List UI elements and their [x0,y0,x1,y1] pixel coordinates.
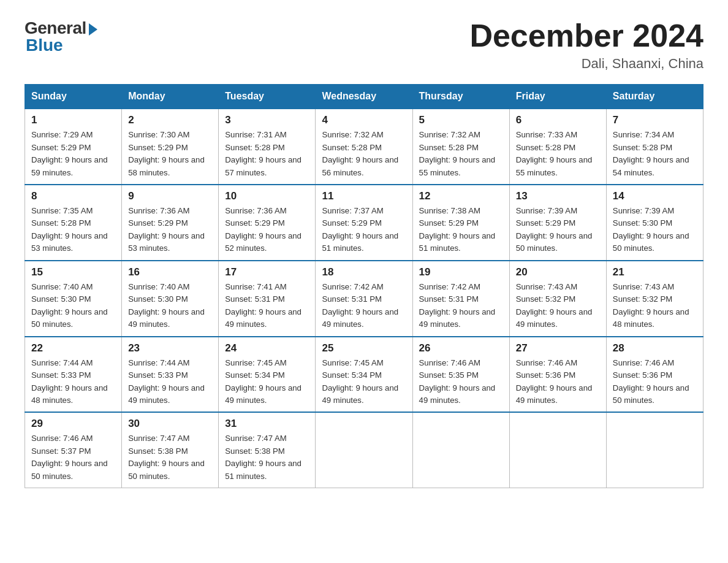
day-number: 10 [225,190,309,202]
calendar-cell: 20Sunrise: 7:43 AMSunset: 5:32 PMDayligh… [509,261,606,337]
day-info: Sunrise: 7:45 AMSunset: 5:34 PMDaylight:… [225,357,309,407]
day-number: 3 [225,114,309,126]
weekday-header-sunday: Sunday [25,85,122,109]
calendar-cell [412,412,509,488]
day-info: Sunrise: 7:37 AMSunset: 5:29 PMDaylight:… [322,205,406,255]
day-number: 13 [516,190,600,202]
day-number: 27 [516,342,600,354]
calendar-week-row: 8Sunrise: 7:35 AMSunset: 5:28 PMDaylight… [25,185,703,261]
logo-triangle-icon [89,23,97,36]
calendar-cell: 17Sunrise: 7:41 AMSunset: 5:31 PMDayligh… [219,261,316,337]
calendar-cell: 26Sunrise: 7:46 AMSunset: 5:35 PMDayligh… [412,337,509,413]
day-number: 18 [322,266,406,278]
weekday-header-row: SundayMondayTuesdayWednesdayThursdayFrid… [25,85,703,109]
location-text: Dali, Shaanxi, China [469,56,703,72]
calendar-cell: 27Sunrise: 7:46 AMSunset: 5:36 PMDayligh… [509,337,606,413]
calendar-cell: 25Sunrise: 7:45 AMSunset: 5:34 PMDayligh… [316,337,412,413]
day-number: 26 [419,342,503,354]
day-number: 25 [322,342,406,354]
calendar-cell [606,412,703,488]
logo: General Blue [25,18,97,55]
calendar-cell: 12Sunrise: 7:38 AMSunset: 5:29 PMDayligh… [412,185,509,261]
calendar-cell: 31Sunrise: 7:47 AMSunset: 5:38 PMDayligh… [219,412,316,488]
day-number: 2 [128,114,212,126]
calendar-cell: 9Sunrise: 7:36 AMSunset: 5:29 PMDaylight… [122,185,219,261]
calendar-cell: 29Sunrise: 7:46 AMSunset: 5:37 PMDayligh… [25,412,122,488]
day-info: Sunrise: 7:46 AMSunset: 5:36 PMDaylight:… [516,357,600,407]
calendar-week-row: 29Sunrise: 7:46 AMSunset: 5:37 PMDayligh… [25,412,703,488]
calendar-cell: 28Sunrise: 7:46 AMSunset: 5:36 PMDayligh… [606,337,703,413]
day-info: Sunrise: 7:29 AMSunset: 5:29 PMDaylight:… [31,129,115,179]
day-info: Sunrise: 7:30 AMSunset: 5:29 PMDaylight:… [128,129,212,179]
calendar-cell: 13Sunrise: 7:39 AMSunset: 5:29 PMDayligh… [509,185,606,261]
day-number: 5 [419,114,503,126]
weekday-header-wednesday: Wednesday [316,85,412,109]
calendar-cell [509,412,606,488]
day-number: 8 [31,190,115,202]
day-info: Sunrise: 7:46 AMSunset: 5:35 PMDaylight:… [419,357,503,407]
day-info: Sunrise: 7:47 AMSunset: 5:38 PMDaylight:… [225,432,309,483]
day-number: 20 [516,266,600,278]
day-number: 30 [128,418,212,430]
day-number: 21 [613,266,697,278]
weekday-header-saturday: Saturday [606,85,703,109]
day-number: 14 [613,190,697,202]
calendar-cell: 15Sunrise: 7:40 AMSunset: 5:30 PMDayligh… [25,261,122,337]
calendar-cell: 2Sunrise: 7:30 AMSunset: 5:29 PMDaylight… [122,109,219,185]
calendar-cell: 24Sunrise: 7:45 AMSunset: 5:34 PMDayligh… [219,337,316,413]
day-info: Sunrise: 7:40 AMSunset: 5:30 PMDaylight:… [31,281,115,331]
calendar-cell: 7Sunrise: 7:34 AMSunset: 5:28 PMDaylight… [606,109,703,185]
day-info: Sunrise: 7:46 AMSunset: 5:37 PMDaylight:… [31,432,115,483]
day-number: 16 [128,266,212,278]
day-number: 9 [128,190,212,202]
day-info: Sunrise: 7:39 AMSunset: 5:30 PMDaylight:… [613,205,697,255]
day-number: 7 [613,114,697,126]
day-number: 31 [225,418,309,430]
day-number: 28 [613,342,697,354]
day-info: Sunrise: 7:42 AMSunset: 5:31 PMDaylight:… [322,281,406,331]
calendar-table: SundayMondayTuesdayWednesdayThursdayFrid… [25,84,703,488]
day-info: Sunrise: 7:46 AMSunset: 5:36 PMDaylight:… [613,357,697,407]
calendar-cell: 1Sunrise: 7:29 AMSunset: 5:29 PMDaylight… [25,109,122,185]
calendar-cell: 8Sunrise: 7:35 AMSunset: 5:28 PMDaylight… [25,185,122,261]
calendar-cell: 30Sunrise: 7:47 AMSunset: 5:38 PMDayligh… [122,412,219,488]
weekday-header-thursday: Thursday [412,85,509,109]
calendar-cell: 3Sunrise: 7:31 AMSunset: 5:28 PMDaylight… [219,109,316,185]
day-info: Sunrise: 7:45 AMSunset: 5:34 PMDaylight:… [322,357,406,407]
weekday-header-tuesday: Tuesday [219,85,316,109]
day-info: Sunrise: 7:40 AMSunset: 5:30 PMDaylight:… [128,281,212,331]
calendar-week-row: 1Sunrise: 7:29 AMSunset: 5:29 PMDaylight… [25,109,703,185]
calendar-cell [316,412,412,488]
weekday-header-friday: Friday [509,85,606,109]
calendar-cell: 4Sunrise: 7:32 AMSunset: 5:28 PMDaylight… [316,109,412,185]
month-title: December 2024 [469,18,703,53]
day-info: Sunrise: 7:39 AMSunset: 5:29 PMDaylight:… [516,205,600,255]
day-info: Sunrise: 7:41 AMSunset: 5:31 PMDaylight:… [225,281,309,331]
day-number: 15 [31,266,115,278]
day-number: 17 [225,266,309,278]
calendar-cell: 22Sunrise: 7:44 AMSunset: 5:33 PMDayligh… [25,337,122,413]
calendar-cell: 19Sunrise: 7:42 AMSunset: 5:31 PMDayligh… [412,261,509,337]
day-info: Sunrise: 7:32 AMSunset: 5:28 PMDaylight:… [322,129,406,179]
day-number: 23 [128,342,212,354]
calendar-cell: 11Sunrise: 7:37 AMSunset: 5:29 PMDayligh… [316,185,412,261]
day-number: 12 [419,190,503,202]
day-info: Sunrise: 7:43 AMSunset: 5:32 PMDaylight:… [516,281,600,331]
day-info: Sunrise: 7:33 AMSunset: 5:28 PMDaylight:… [516,129,600,179]
logo-blue-text: Blue [26,36,63,55]
day-info: Sunrise: 7:36 AMSunset: 5:29 PMDaylight:… [225,205,309,255]
calendar-cell: 16Sunrise: 7:40 AMSunset: 5:30 PMDayligh… [122,261,219,337]
calendar-cell: 18Sunrise: 7:42 AMSunset: 5:31 PMDayligh… [316,261,412,337]
day-number: 11 [322,190,406,202]
day-number: 22 [31,342,115,354]
day-number: 24 [225,342,309,354]
calendar-cell: 23Sunrise: 7:44 AMSunset: 5:33 PMDayligh… [122,337,219,413]
day-number: 1 [31,114,115,126]
calendar-week-row: 22Sunrise: 7:44 AMSunset: 5:33 PMDayligh… [25,337,703,413]
day-number: 19 [419,266,503,278]
page-header: General Blue December 2024 Dali, Shaanxi… [25,18,703,72]
day-info: Sunrise: 7:34 AMSunset: 5:28 PMDaylight:… [613,129,697,179]
day-number: 4 [322,114,406,126]
day-info: Sunrise: 7:47 AMSunset: 5:38 PMDaylight:… [128,432,212,483]
calendar-cell: 5Sunrise: 7:32 AMSunset: 5:28 PMDaylight… [412,109,509,185]
